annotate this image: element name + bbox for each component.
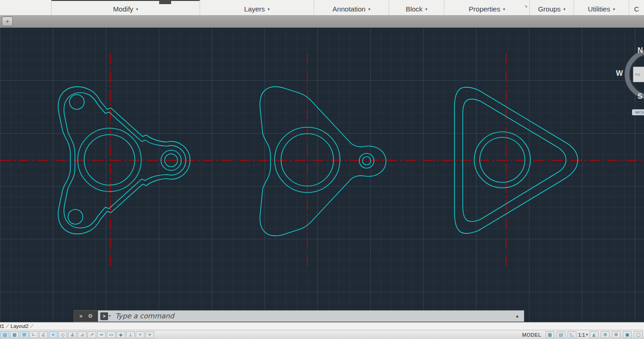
statusbar-icon-ducs[interactable]: ⊿	[78, 331, 86, 338]
centerlines[interactable]	[0, 53, 644, 266]
command-bar[interactable]: × ⚙ > ▾ Type a command ▲	[74, 310, 524, 322]
chevron-down-icon[interactable]: ▾	[109, 314, 111, 318]
chevron-down-icon: ▾	[368, 7, 371, 11]
statusbar-icon-lwt[interactable]: ━	[97, 331, 106, 338]
annotation-scale-icon[interactable]: ◺	[568, 331, 576, 338]
tab-model-cut[interactable]: t1	[0, 323, 4, 329]
wrench-icon[interactable]: ⚙	[88, 313, 93, 319]
panel-dialog-launcher-icon[interactable]: ↘	[524, 4, 528, 8]
annotation-visibility-icon[interactable]: ◭	[590, 331, 598, 338]
viewcube[interactable]: W N S TO WCS	[615, 44, 644, 124]
status-bar-right: MODEL ▦ ▤ ◺ 1:1 ▾ ◭ ⊕ ⚙ ▣ ▢	[522, 331, 644, 338]
viewcube-north-label[interactable]: N	[638, 46, 643, 55]
tab-layout2[interactable]: Layout2	[11, 323, 29, 329]
ribbon-panel-row: Modify ▾ Layers ▾ Annotation ▾ Block ▾ P…	[0, 0, 644, 16]
statusbar-icon-otrack[interactable]: ∡	[68, 331, 77, 338]
annotation-scale-value[interactable]: 1:1 ▾	[578, 332, 588, 338]
chevron-down-icon: ▾	[136, 7, 138, 11]
model-label: MODEL	[522, 332, 541, 338]
wcs-dropdown[interactable]: WCS	[632, 109, 644, 115]
panel-label: Groups	[538, 5, 561, 13]
command-prompt-icon[interactable]: >	[100, 312, 108, 320]
chevron-down-icon: ▾	[564, 7, 566, 11]
statusbar-icon-polar[interactable]: ∠	[39, 331, 48, 338]
statusbar-icon-inference[interactable]: ▤	[0, 331, 9, 338]
ribbon-panel-properties[interactable]: Properties ▾ ↘	[444, 0, 530, 15]
layout-tab-bar: t1 ∕ Layout2 ∕	[0, 322, 644, 330]
statusbar-icon-snap[interactable]: ▦	[10, 331, 19, 338]
chevron-down-icon: ▾	[268, 7, 270, 11]
plus-icon: +	[6, 18, 9, 25]
chevron-down-icon: ▾	[586, 333, 588, 337]
chevron-down-icon: ▾	[503, 7, 505, 11]
tab-separator: ∕	[31, 323, 32, 329]
panel-label: C	[634, 5, 639, 13]
viewcube-south-label[interactable]: S	[638, 92, 643, 101]
statusbar-icon-annotation-monitor[interactable]: ⚡	[136, 331, 144, 338]
tab-separator: ∕	[7, 323, 8, 329]
statusbar-icon-ortho[interactable]: ∟	[29, 331, 38, 338]
panel-label: Layers	[244, 5, 265, 13]
status-bar: ▤ ▦ ⊞ ∟ ∠ ⌖ ◇ ∡ ⊿ ↗ ━ ▭ ◈ ⟂ ⚡ + MODEL ▦ …	[0, 330, 644, 339]
panel-label: Properties	[469, 5, 500, 13]
statusbar-icon-dyn[interactable]: ↗	[87, 331, 96, 338]
model-space-icon[interactable]: ▦	[546, 331, 554, 338]
panel-label: Block	[406, 5, 423, 13]
panel-label: Modify	[113, 5, 133, 13]
statusbar-icon-3dosnap[interactable]: ◇	[58, 331, 67, 338]
workspace-gear-icon[interactable]: ⚙	[612, 331, 621, 338]
cad-drawing[interactable]	[0, 28, 644, 322]
collapse-arrow-icon[interactable]: ▲	[515, 314, 519, 318]
command-bar-tools: × ⚙	[74, 311, 98, 322]
panel-label: Utilities	[588, 5, 610, 13]
chevron-down-icon: ▾	[613, 7, 615, 11]
statusbar-icon-grid[interactable]: ⊞	[20, 331, 29, 338]
clean-screen-icon[interactable]: ▢	[634, 331, 643, 338]
file-tab-bar: +	[0, 15, 644, 28]
statusbar-icon-quick-properties[interactable]: ◈	[116, 331, 125, 338]
command-input-area[interactable]: > ▾ Type a command ▲	[98, 311, 524, 322]
new-drawing-button[interactable]: +	[2, 17, 13, 26]
scale-label: 1:1	[578, 332, 585, 338]
panel-label: Annotation	[333, 5, 366, 13]
statusbar-icon-transparency[interactable]: ▭	[107, 331, 115, 338]
layout-space-icon[interactable]: ▤	[557, 331, 565, 338]
ribbon-panel-clipboard-cut[interactable]: C	[629, 0, 644, 15]
ribbon-panel-cut-left	[0, 0, 52, 15]
ribbon-panel-utilities[interactable]: Utilities ▾	[574, 0, 629, 15]
ribbon-panel-block[interactable]: Block ▾	[389, 0, 444, 15]
ribbon-panel-layers[interactable]: Layers ▾	[200, 0, 314, 15]
statusbar-icon-units[interactable]: +	[145, 331, 154, 338]
ribbon-panel-modify[interactable]: Modify ▾	[52, 0, 200, 15]
viewcube-top-face[interactable]: TO	[633, 67, 644, 82]
statusbar-icon-osnap[interactable]: ⌖	[49, 331, 58, 338]
display-icon[interactable]: ▣	[623, 331, 632, 338]
chevron-down-icon: ▾	[426, 7, 428, 11]
command-placeholder: Type a command	[115, 312, 174, 320]
close-icon[interactable]: ×	[79, 313, 83, 320]
model-space-canvas[interactable]	[0, 28, 644, 322]
statusbar-icon-selection-cycling[interactable]: ⟂	[126, 331, 135, 338]
annotation-autoscale-icon[interactable]: ⊕	[601, 331, 610, 338]
ribbon-panel-groups[interactable]: Groups ▾	[530, 0, 574, 15]
viewcube-west-label[interactable]: W	[616, 69, 623, 78]
ribbon-panel-annotation[interactable]: Annotation ▾	[314, 0, 389, 15]
flange-middle[interactable]	[260, 87, 386, 236]
